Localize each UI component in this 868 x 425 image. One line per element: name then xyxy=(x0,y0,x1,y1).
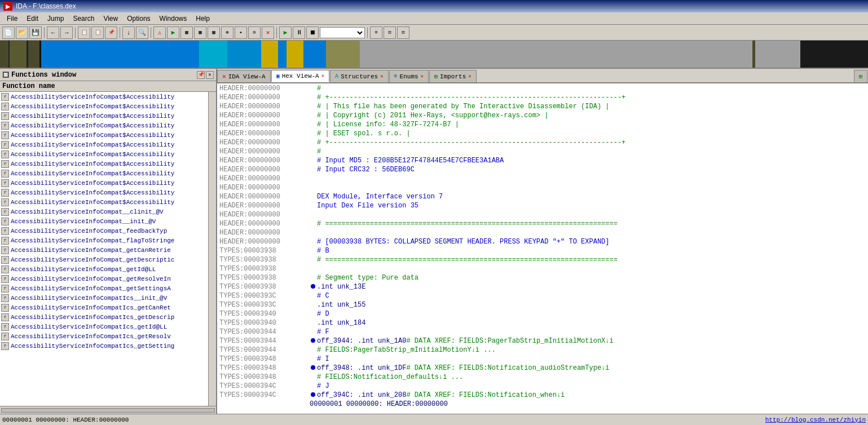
functions-list[interactable]: f AccessibilityServiceInfoCompat$Accessi… xyxy=(0,92,208,406)
function-icon: f xyxy=(1,275,9,283)
dbg3-button[interactable]: ⊡ xyxy=(397,26,409,39)
tab-import-close[interactable]: ✕ xyxy=(468,73,471,79)
function-item[interactable]: f AccessibilityServiceInfoCompat$Accessi… xyxy=(0,169,208,178)
tab-ida-label: IDA View-A xyxy=(228,73,266,80)
paste-button[interactable]: 📌 xyxy=(105,26,117,39)
warning-button[interactable]: ⚠ xyxy=(153,26,166,39)
tab-hex-close[interactable]: ✕ xyxy=(321,73,324,79)
back-button[interactable]: ← xyxy=(47,26,59,39)
func2-button[interactable]: ▦ xyxy=(194,26,206,39)
function-item[interactable]: f AccessibilityServiceInfoCompat$Accessi… xyxy=(0,188,208,197)
function-item[interactable]: f AccessibilityServiceInfoCompat__init_@… xyxy=(0,216,208,226)
disasm-token: # DATA XREF: FIELDS:Notification_audioSt… xyxy=(406,364,609,372)
disasm-line: HEADER:00000000# [00003938 BYTES: COLLAP… xyxy=(219,238,866,247)
func5-button[interactable]: ✦ xyxy=(235,26,247,39)
tab-extra[interactable]: ⊞ xyxy=(854,70,867,82)
function-icon: f xyxy=(1,160,9,168)
forward-button[interactable]: → xyxy=(60,26,73,39)
disasm-token: # Segment type: Pure data xyxy=(317,274,418,282)
menu-view[interactable]: View xyxy=(99,14,122,24)
navigation-bar[interactable] xyxy=(0,41,868,69)
tab-hex-view[interactable]: ▣ Hex View-A ✕ xyxy=(271,70,329,82)
new-button[interactable]: 📄 xyxy=(2,26,15,39)
menu-file[interactable]: File xyxy=(2,14,22,24)
function-item[interactable]: f AccessibilityServiceInfoCompat_getReso… xyxy=(0,274,208,284)
tab-imports[interactable]: ⊞ Imports ✕ xyxy=(429,70,477,82)
copy2-button[interactable]: 📋 xyxy=(91,26,104,39)
disasm-token: off_394C: .int unk_208 xyxy=(317,391,406,399)
toolbar-sep-6 xyxy=(367,27,368,38)
disasm-token: # DATA XREF: FIELDS:Notification_when↓i xyxy=(406,391,565,399)
function-item[interactable]: f AccessibilityServiceInfoCompatIcs_getC… xyxy=(0,303,208,312)
save-button[interactable]: 💾 xyxy=(29,26,42,39)
function-name: AccessibilityServiceInfoCompat$Accessibi… xyxy=(11,170,174,177)
func3-button[interactable]: ▦ xyxy=(208,26,220,39)
function-item[interactable]: f AccessibilityServiceInfoCompat_flagToS… xyxy=(0,236,208,245)
function-item[interactable]: f AccessibilityServiceInfoCompatIcs_getR… xyxy=(0,331,208,341)
functions-hscroll[interactable] xyxy=(0,406,216,414)
function-item[interactable]: f AccessibilityServiceInfoCompat$Accessi… xyxy=(0,197,208,207)
disasm-line: TYPES:0000394Coff_394C: .int unk_208 # D… xyxy=(219,391,866,400)
function-item[interactable]: f AccessibilityServiceInfoCompat_getSett… xyxy=(0,284,208,293)
right-panel: ✕ IDA View-A ▣ Hex View-A ✕ A Structures… xyxy=(217,69,868,414)
search-button[interactable]: 🔍 xyxy=(136,26,148,39)
menu-edit[interactable]: Edit xyxy=(22,14,43,24)
function-item[interactable]: f AccessibilityServiceInfoCompat__clinit… xyxy=(0,207,208,216)
menu-windows[interactable]: Windows xyxy=(155,14,192,24)
pause-button[interactable]: ⏸ xyxy=(293,26,305,39)
panel-close-button[interactable]: ✕ xyxy=(206,71,214,79)
function-name: AccessibilityServiceInfoCompat$Accessibi… xyxy=(11,94,174,100)
stop-button[interactable]: ✕ xyxy=(262,26,274,39)
function-item[interactable]: f AccessibilityServiceInfoCompat_getCanR… xyxy=(0,245,208,255)
function-item[interactable]: f AccessibilityServiceInfoCompat$Accessi… xyxy=(0,178,208,188)
tab-enums[interactable]: ≡ Enums ✕ xyxy=(389,70,429,82)
disasm-token: .int unk_155 xyxy=(317,301,365,309)
function-item[interactable]: f AccessibilityServiceInfoCompatIcs__ini… xyxy=(0,293,208,303)
function-item[interactable]: f AccessibilityServiceInfoCompat$Accessi… xyxy=(0,92,208,101)
function-item[interactable]: f AccessibilityServiceInfoCompat$Accessi… xyxy=(0,121,208,130)
function-item[interactable]: f AccessibilityServiceInfoCompat$Accessi… xyxy=(0,130,208,140)
down-button[interactable]: ↓ xyxy=(122,26,135,39)
function-item[interactable]: f AccessibilityServiceInfoCompatIcs_getI… xyxy=(0,322,208,331)
run-button[interactable]: ▶ xyxy=(167,26,179,39)
stop2-button[interactable]: ⏹ xyxy=(306,26,319,39)
menu-help[interactable]: Help xyxy=(191,14,214,24)
disasm-token: # xyxy=(317,148,321,156)
function-item[interactable]: f AccessibilityServiceInfoCompat$Accessi… xyxy=(0,101,208,111)
function-item[interactable]: f AccessibilityServiceInfoCompat_getId@L… xyxy=(0,264,208,274)
menu-search[interactable]: Search xyxy=(68,14,99,24)
dbg2-button[interactable]: ⊡ xyxy=(384,26,396,39)
function-item[interactable]: f AccessibilityServiceInfoCompat_feedbac… xyxy=(0,226,208,236)
process-dropdown[interactable] xyxy=(320,27,365,38)
func6-button[interactable]: ⊙ xyxy=(248,26,261,39)
function-item[interactable]: f AccessibilityServiceInfoCompat_getDesc… xyxy=(0,255,208,264)
disasm-address: TYPES:0000394C xyxy=(219,391,310,399)
tab-struct-close[interactable]: ✕ xyxy=(380,73,383,79)
function-name: AccessibilityServiceInfoCompatIcs_getSet… xyxy=(11,343,174,349)
function-item[interactable]: f AccessibilityServiceInfoCompat$Accessi… xyxy=(0,149,208,159)
tab-enum-close[interactable]: ✕ xyxy=(421,73,424,79)
func4-button[interactable]: ⊕ xyxy=(221,26,233,39)
function-item[interactable]: f AccessibilityServiceInfoCompat$Accessi… xyxy=(0,140,208,149)
dbg1-button[interactable]: ≡ xyxy=(370,26,382,39)
menu-options[interactable]: Options xyxy=(122,14,155,24)
nav-blue-seg xyxy=(41,41,199,68)
functions-scrollbar[interactable] xyxy=(208,92,216,406)
menu-jump[interactable]: Jump xyxy=(43,14,68,24)
tab-ida-view[interactable]: ✕ IDA View-A xyxy=(217,70,271,82)
func1-button[interactable]: ▦ xyxy=(180,26,193,39)
function-item[interactable]: f AccessibilityServiceInfoCompatIcs_getS… xyxy=(0,341,208,351)
copy-button[interactable]: 📋 xyxy=(78,26,90,39)
disasm-token: # I xyxy=(317,355,329,363)
disasm-address: HEADER:00000000 xyxy=(219,211,310,219)
tab-structures[interactable]: A Structures ✕ xyxy=(330,70,388,82)
function-item[interactable]: f AccessibilityServiceInfoCompat$Accessi… xyxy=(0,111,208,121)
nav-seg-2 xyxy=(10,41,27,68)
open-button[interactable]: 📂 xyxy=(16,26,28,39)
hscroll-track[interactable] xyxy=(1,408,215,413)
play-button[interactable]: ▶ xyxy=(279,26,292,39)
function-item[interactable]: f AccessibilityServiceInfoCompat$Accessi… xyxy=(0,159,208,169)
panel-pin-button[interactable]: 📌 xyxy=(197,71,205,79)
disassembly-view[interactable]: HEADER:00000000#HEADER:00000000# +------… xyxy=(217,83,868,414)
function-item[interactable]: f AccessibilityServiceInfoCompatIcs_getD… xyxy=(0,312,208,322)
